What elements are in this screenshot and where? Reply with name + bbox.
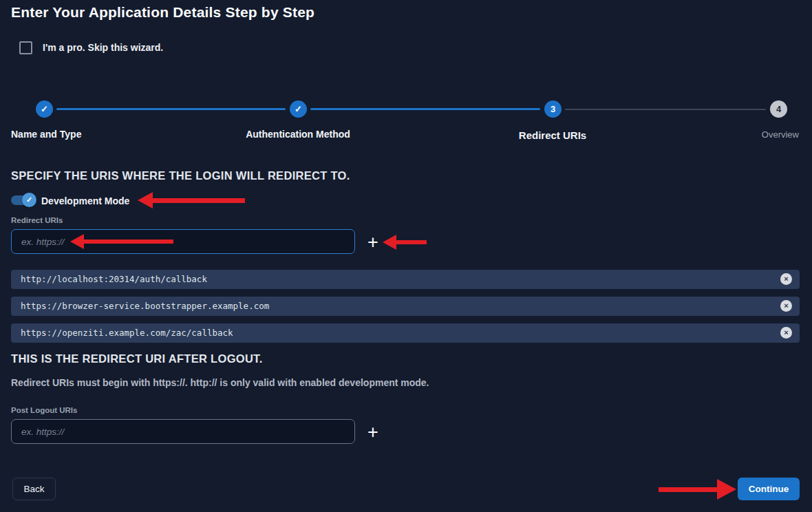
check-icon: ✓ [295, 105, 302, 114]
arrow-bar [396, 240, 427, 244]
step-circle-authentication-method: ✓ [290, 100, 307, 118]
redirect-uri-row: http://localhost:20314/auth/callback × [11, 270, 800, 289]
check-icon: ✓ [26, 196, 32, 204]
step-circle-name-and-type: ✓ [36, 100, 53, 118]
add-post-logout-uri-button[interactable]: + [364, 421, 382, 443]
step-label-name-and-type: Name and Type [11, 129, 81, 140]
annotation-arrow-dev-mode [138, 192, 245, 209]
redirect-uris-field-label: Redirect URIs [11, 216, 63, 224]
post-logout-uris-field-label: Post Logout URIs [11, 406, 77, 414]
back-button[interactable]: Back [12, 478, 56, 500]
application-wizard-page: Enter Your Application Details Step by S… [0, 0, 812, 512]
step-connector-3-4 [565, 109, 766, 110]
remove-uri-icon[interactable]: × [780, 273, 792, 285]
toggle-thumb: ✓ [22, 193, 36, 207]
step-circle-overview: 4 [770, 100, 787, 118]
wizard-stepper: ✓ ✓ 3 4 Name and Type Authentication Met… [0, 0, 812, 148]
redirect-uri-note: Redirect URIs must begin with https://. … [11, 377, 429, 388]
step-label-overview: Overview [730, 129, 799, 140]
remove-uri-icon[interactable]: × [780, 300, 792, 312]
post-logout-uri-input[interactable] [11, 419, 355, 444]
uri-value: http://localhost:20314/auth/callback [21, 270, 207, 289]
arrow-head-icon [717, 479, 736, 500]
check-icon: ✓ [41, 105, 48, 114]
uri-value: https://openziti.example.com/zac/callbac… [21, 323, 233, 343]
development-mode-label: Development Mode [41, 195, 129, 206]
development-mode-toggle[interactable]: ✓ [11, 193, 37, 208]
redirect-uri-row: https://openziti.example.com/zac/callbac… [11, 323, 800, 343]
arrow-head-icon [383, 235, 396, 250]
logout-section-heading: THIS IS THE REDIRECT URI AFTER LOGOUT. [11, 352, 263, 365]
redirect-uri-input[interactable] [11, 229, 355, 254]
step-circle-redirect-uris: 3 [544, 100, 562, 118]
annotation-arrow-continue [659, 479, 736, 500]
step-label-authentication-method: Authentication Method [229, 129, 367, 140]
redirect-uri-row: https://browzer-service.bootstrapper.exa… [11, 297, 800, 316]
remove-uri-icon[interactable]: × [780, 327, 792, 339]
step-label-redirect-uris: Redirect URIs [484, 129, 621, 141]
step-number: 4 [776, 104, 781, 114]
arrow-head-icon [70, 234, 84, 249]
continue-button[interactable]: Continue [738, 478, 800, 500]
step-connector-1-2 [56, 108, 286, 110]
arrow-bar [153, 198, 245, 203]
arrow-head-icon [138, 192, 153, 209]
annotation-arrow-uri-input [70, 234, 173, 249]
redirect-section-heading: SPECIFY THE URIS WHERE THE LOGIN WILL RE… [11, 169, 350, 182]
uri-value: https://browzer-service.bootstrapper.exa… [21, 297, 269, 316]
add-redirect-uri-button[interactable]: + [364, 231, 382, 253]
step-connector-2-3 [310, 108, 540, 110]
arrow-bar [84, 239, 173, 244]
annotation-arrow-add-button [383, 235, 427, 250]
step-number: 3 [551, 104, 555, 114]
arrow-bar [659, 487, 717, 492]
